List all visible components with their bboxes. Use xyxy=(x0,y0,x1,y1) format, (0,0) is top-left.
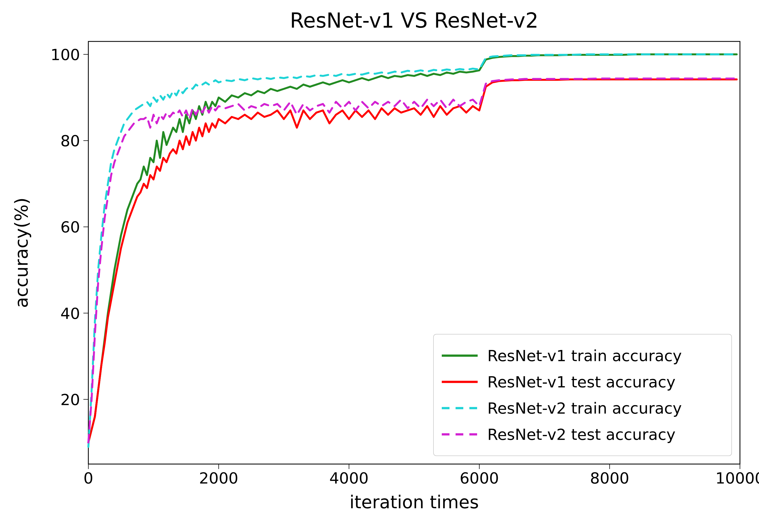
y-tick-label: 80 xyxy=(60,132,80,150)
x-tick-label: 8000 xyxy=(590,469,629,487)
x-tick-label: 0 xyxy=(83,469,93,487)
y-tick-label: 20 xyxy=(60,390,80,409)
y-tick-label: 60 xyxy=(60,218,80,236)
chart-title: ResNet-v1 VS ResNet-v2 xyxy=(290,9,539,32)
y-axis-label: accuracy(%) xyxy=(11,197,32,308)
x-axis-label: iteration times xyxy=(349,492,479,512)
legend-label-1: ResNet-v1 test accuracy xyxy=(487,373,676,391)
chart-container: 020004000600080001000020406080100ResNet-… xyxy=(0,0,759,532)
x-tick-label: 10000 xyxy=(715,469,759,487)
legend-label-2: ResNet-v2 train accuracy xyxy=(487,399,682,417)
legend-label-3: ResNet-v2 test accuracy xyxy=(487,426,676,443)
y-tick-label: 100 xyxy=(51,46,80,63)
legend-label-0: ResNet-v1 train accuracy xyxy=(487,347,682,365)
x-tick-label: 6000 xyxy=(460,469,499,487)
x-tick-label: 4000 xyxy=(329,469,369,487)
line-chart: 020004000600080001000020406080100ResNet-… xyxy=(0,0,759,532)
y-tick-label: 40 xyxy=(60,305,80,322)
x-tick-label: 2000 xyxy=(199,469,239,487)
